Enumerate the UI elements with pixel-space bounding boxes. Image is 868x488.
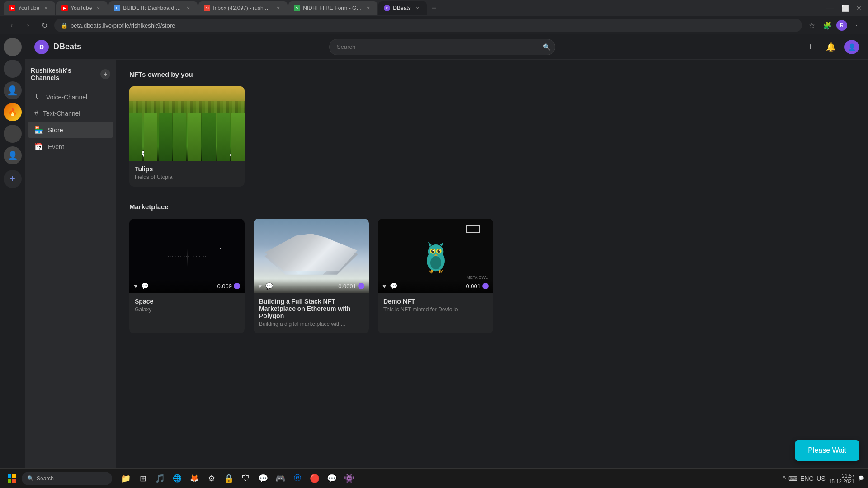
svg-marker-2 — [428, 242, 431, 247]
taskbar-app-discord[interactable]: 💬 — [255, 470, 271, 487]
taskbar-app-extra[interactable]: 👾 — [341, 470, 357, 487]
taskbar-app-steam[interactable]: 🎮 — [272, 470, 288, 487]
add-server-button[interactable]: + — [4, 170, 22, 188]
search-icon[interactable]: 🔍 — [543, 43, 551, 51]
text-icon: # — [34, 109, 38, 117]
windows-icon — [7, 474, 16, 483]
taskbar-notification-icon[interactable]: 💬 — [858, 475, 864, 481]
taskbar-app-files[interactable]: 📁 — [118, 470, 134, 487]
tab-close-gsheets[interactable]: ✕ — [364, 5, 372, 12]
nft-card-mountain[interactable]: ♥ 💬 0.0001 Building a Full Stack NFT Mar… — [254, 219, 369, 333]
logo-icon: D — [34, 40, 49, 54]
channel-header-text: Rushikeshk's Channels — [31, 67, 100, 81]
taskbar-app-browser1[interactable]: 🌐 — [169, 470, 185, 487]
tab-close-youtube-1[interactable]: ✕ — [42, 5, 50, 12]
maximize-button[interactable]: ⬜ — [839, 5, 852, 12]
voice-label: Voice-Channel — [46, 94, 87, 101]
nfts-owned-title: NFTs owned by you — [129, 70, 854, 78]
close-button[interactable]: ✕ — [854, 5, 864, 12]
tab-gsheets[interactable]: S NIDHI FIIRE Form - Google Shee... ✕ — [288, 1, 377, 15]
add-channel-button[interactable]: + — [100, 69, 110, 79]
sidebar-item-text[interactable]: # Text-Channel — [28, 106, 113, 121]
app-layout: 👤 🔥 👤 + D DBeats 🔍 + 🔔 — [0, 34, 868, 468]
tab-close-buidl[interactable]: ✕ — [184, 5, 192, 12]
svg-point-9 — [439, 250, 440, 251]
space-price-icon — [234, 283, 240, 289]
sidebar-item-voice[interactable]: 🎙 Voice-Channel — [28, 89, 113, 105]
taskbar-app-security[interactable]: 🛡 — [238, 470, 254, 487]
taskbar-app-browser2[interactable]: 🦊 — [186, 470, 203, 487]
taskbar-app-security2[interactable]: 🔴 — [307, 470, 323, 487]
tab-close-gmail[interactable]: ✕ — [274, 5, 282, 12]
tab-close-youtube-2[interactable]: ✕ — [94, 5, 102, 12]
tab-gmail[interactable]: M Inbox (42,097) - rushikeshkardi... ✕ — [198, 1, 288, 15]
owl-like-icon[interactable]: ♥ — [382, 282, 386, 290]
taskbar-app-grid[interactable]: ⊞ — [135, 470, 151, 487]
svg-point-11 — [430, 256, 441, 269]
forward-button[interactable]: › — [22, 19, 34, 32]
back-button[interactable]: ‹ — [5, 19, 18, 32]
space-like-icon[interactable]: ♥ — [134, 282, 137, 290]
taskbar-app-edge[interactable]: ⓔ — [289, 470, 306, 487]
tulips-info: Tulips Fields of Utopia — [129, 161, 245, 187]
rail-avatar-3[interactable]: 👤 — [4, 81, 22, 99]
new-tab-button[interactable]: + — [428, 2, 440, 14]
tab-buidl[interactable]: B BUIDL IT: Dashboard | Devfolio ✕ — [108, 1, 198, 15]
tab-youtube-1[interactable]: ▶ YouTube ✕ — [4, 1, 55, 15]
start-button[interactable] — [4, 470, 20, 487]
mountain-like-icon[interactable]: ♥ — [258, 282, 262, 290]
tab-dbeats[interactable]: D DBeats ✕ — [378, 1, 426, 15]
sidebar-item-event[interactable]: 📅 Event — [28, 139, 113, 155]
taskbar-lang: ENG — [800, 475, 814, 482]
tulips-title: Tulips — [135, 165, 239, 173]
space-title: Space — [135, 298, 239, 305]
add-button[interactable]: + — [803, 40, 817, 54]
taskbar-app-chat2[interactable]: 💬 — [324, 470, 340, 487]
taskbar-app-music[interactable]: 🎵 — [152, 470, 168, 487]
notification-button[interactable]: 🔔 — [824, 40, 838, 54]
extensions-icon[interactable]: 🧩 — [821, 19, 834, 32]
logo-area[interactable]: D DBeats — [34, 40, 81, 54]
taskbar-clock[interactable]: 21:57 15-12-2021 — [829, 473, 854, 484]
profile-icon[interactable]: R — [836, 20, 847, 31]
nft-card-owl[interactable]: META OWL — [378, 219, 493, 333]
please-wait-toast[interactable]: Please Wait — [795, 440, 859, 461]
svg-rect-15 — [12, 479, 16, 483]
nft-card-space[interactable]: ♥ 💬 0.069 Space Galaxy — [129, 219, 245, 333]
rail-avatar-6[interactable]: 👤 — [4, 146, 22, 164]
rail-avatar-2[interactable] — [4, 60, 22, 78]
tab-close-dbeats[interactable]: ✕ — [414, 5, 421, 12]
owl-price-icon — [482, 283, 489, 289]
tab-youtube-2[interactable]: ▶ YouTube ✕ — [56, 1, 108, 15]
nft-card-tulips[interactable]: ♥ 💬 0.069 Tulips Fields of Utopia — [129, 86, 245, 187]
user-avatar[interactable]: 👤 — [844, 40, 859, 54]
search-input[interactable] — [329, 39, 555, 55]
bookmark-icon[interactable]: ☆ — [806, 19, 818, 32]
taskbar-date-value: 15-12-2021 — [829, 479, 854, 484]
tab-bar: ▶ YouTube ✕ ▶ YouTube ✕ B BUIDL IT: Dash… — [0, 0, 868, 16]
browser-menu-icon[interactable]: ⋮ — [850, 19, 863, 32]
owl-comment-icon[interactable]: 💬 — [390, 282, 397, 290]
sidebar-item-store[interactable]: 🏪 Store — [28, 122, 113, 138]
taskbar-app-settings[interactable]: ⚙ — [203, 470, 220, 487]
rail-avatar-5[interactable] — [4, 125, 22, 143]
content-area: Rushikeshk's Channels + 🎙 Voice-Channel … — [25, 60, 868, 468]
taskbar-search[interactable]: 🔍 Search — [22, 472, 112, 485]
mountain-comment-icon[interactable]: 💬 — [265, 282, 273, 290]
rail-avatar-1[interactable] — [4, 38, 22, 56]
marketplace-nft-grid: ♥ 💬 0.069 Space Galaxy — [129, 219, 854, 333]
refresh-button[interactable]: ↻ — [38, 19, 51, 32]
taskbar-app-shield[interactable]: 🔒 — [221, 470, 237, 487]
owl-info: Demo NFT This is NFT minted for Devfolio — [378, 293, 493, 319]
url-bar[interactable]: 🔒 beta.dbeats.live/profile/rishikeshk9/s… — [54, 19, 802, 32]
tulips-subtitle: Fields of Utopia — [135, 174, 239, 180]
taskbar-search-icon: 🔍 — [27, 475, 34, 482]
mountain-price: 0.0001 — [338, 283, 364, 290]
minimize-button[interactable]: — — [823, 4, 837, 13]
space-comment-icon[interactable]: 💬 — [141, 282, 149, 290]
store-label: Store — [48, 127, 63, 134]
rail-avatar-4[interactable]: 🔥 — [4, 103, 22, 121]
owned-nft-grid: ♥ 💬 0.069 Tulips Fields of Utopia — [129, 86, 854, 187]
app-name: DBeats — [53, 42, 81, 52]
taskbar-chevron-icon[interactable]: ^ — [783, 475, 786, 482]
